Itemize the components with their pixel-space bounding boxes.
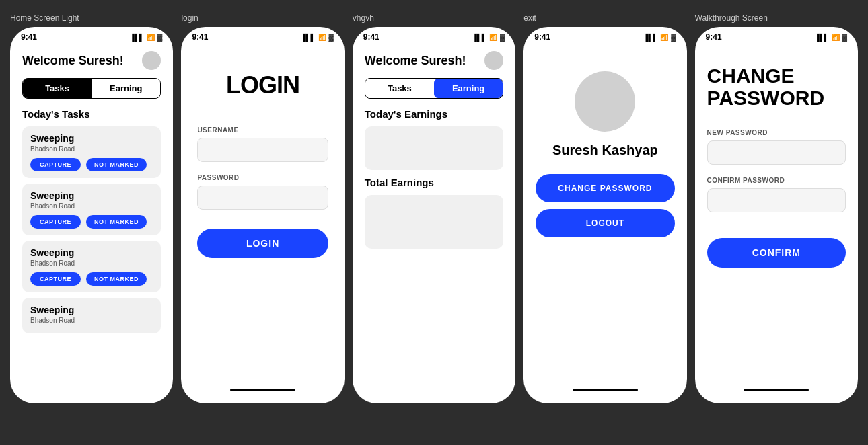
screen-2-label: login	[181, 13, 198, 23]
status-icons-3: ▐▌▌ 📶 ▓	[472, 34, 505, 41]
home-indicator-2-wrap	[181, 389, 344, 403]
confirm-password-input[interactable]	[707, 188, 846, 212]
phone-frame-5: 9:41 ▐▌▌ 📶 ▓ CHANGE PASSWORD NEW PASSWOR…	[695, 27, 858, 403]
capture-btn-2[interactable]: CAPTURE	[30, 215, 81, 229]
capture-btn-3[interactable]: CAPTURE	[30, 272, 81, 286]
status-icons-4: ▐▌▌ 📶 ▓	[643, 34, 676, 41]
profile-avatar	[575, 71, 635, 132]
earnings-today-box	[365, 126, 503, 170]
username-input[interactable]	[197, 138, 328, 162]
confirm-password-label: CONFIRM PASSWORD	[707, 177, 846, 184]
logout-button[interactable]: LOGOUT	[536, 209, 674, 237]
wifi-icon: 📶	[147, 34, 155, 41]
screen-5-wrapper: Walkthrough Screen 9:41 ▐▌▌ 📶 ▓ CHANGE P…	[695, 13, 858, 403]
task-buttons-3: CAPTURE NOT MARKED	[30, 272, 153, 286]
status-bar-2: 9:41 ▐▌▌ 📶 ▓	[181, 27, 344, 44]
task-name-2: Sweeping	[30, 190, 153, 201]
task-card-4: Sweeping Bhadson Road	[22, 298, 161, 333]
not-marked-btn-2[interactable]: NOT MARKED	[86, 215, 147, 229]
welcome-title-3: Welcome Suresh!	[365, 54, 466, 68]
not-marked-btn-3[interactable]: NOT MARKED	[86, 272, 147, 286]
battery-icon-3: ▓	[500, 34, 505, 41]
home-indicator-4	[573, 389, 638, 391]
screen-1-wrapper: Home Screen Light 9:41 ▐▌▌ 📶 ▓ Welcome S…	[10, 13, 173, 403]
task-name-3: Sweeping	[30, 247, 153, 258]
total-earnings-box	[365, 195, 503, 249]
not-marked-btn-1[interactable]: NOT MARKED	[86, 158, 147, 171]
signal-icon-4: ▐▌▌	[643, 34, 657, 41]
screen-3-wrapper: vhgvh 9:41 ▐▌▌ 📶 ▓ Welcome Suresh! Tasks…	[353, 13, 515, 403]
status-time-2: 9:41	[192, 32, 208, 42]
capture-btn-1[interactable]: CAPTURE	[30, 158, 81, 171]
screen-4-wrapper: exit 9:41 ▐▌▌ 📶 ▓ Suresh Kashyap CHANGE …	[523, 13, 686, 403]
task-buttons-1: CAPTURE NOT MARKED	[30, 158, 153, 171]
wifi-icon-2: 📶	[318, 34, 326, 41]
tab-bar-3: Tasks Earning	[365, 78, 503, 99]
home-indicator-5-wrap	[695, 389, 858, 403]
task-name-4: Sweeping	[30, 305, 153, 315]
section-title-1: Today's Tasks	[22, 108, 161, 120]
phone-frame-3: 9:41 ▐▌▌ 📶 ▓ Welcome Suresh! Tasks Earni…	[353, 27, 515, 403]
task-name-1: Sweeping	[30, 133, 153, 144]
avatar-1[interactable]	[142, 51, 161, 70]
status-time-5: 9:41	[706, 32, 722, 42]
tab-tasks-1[interactable]: Tasks	[23, 79, 92, 98]
screen-5-label: Walkthrough Screen	[695, 13, 768, 23]
task-card-2: Sweeping Bhadson Road CAPTURE NOT MARKED	[22, 184, 161, 235]
tab-bar-1: Tasks Earning	[22, 78, 161, 99]
status-icons-5: ▐▌▌ 📶 ▓	[814, 34, 847, 41]
task-buttons-2: CAPTURE NOT MARKED	[30, 215, 153, 229]
tab-tasks-3[interactable]: Tasks	[365, 79, 434, 98]
username-label: USERNAME	[197, 126, 328, 134]
login-content: LOGIN USERNAME PASSWORD LOGIN	[181, 44, 344, 272]
profile-name: Suresh Kashyap	[552, 143, 658, 158]
signal-icon-2: ▐▌▌	[301, 34, 315, 41]
avatar-3[interactable]	[484, 51, 503, 70]
change-password-button[interactable]: CHANGE PASSWORD	[536, 174, 674, 202]
phone-frame-4: 9:41 ▐▌▌ 📶 ▓ Suresh Kashyap CHANGE PASSW…	[523, 27, 686, 403]
password-label: PASSWORD	[197, 174, 328, 181]
confirm-button[interactable]: CONFIRM	[707, 238, 846, 268]
login-button[interactable]: LOGIN	[197, 229, 328, 258]
battery-icon-4: ▓	[671, 34, 676, 41]
battery-icon-5: ▓	[842, 34, 847, 41]
status-icons-1: ▐▌▌ 📶 ▓	[130, 34, 163, 41]
change-pw-line1: CHANGE	[707, 65, 795, 87]
status-bar-1: 9:41 ▐▌▌ 📶 ▓	[10, 27, 173, 44]
battery-icon-2: ▓	[329, 34, 334, 41]
signal-icon: ▐▌▌	[130, 34, 144, 41]
screen-3-label: vhgvh	[353, 13, 374, 23]
screen-1-label: Home Screen Light	[10, 13, 79, 23]
earnings-content: Welcome Suresh! Tasks Earning Today's Ea…	[353, 44, 515, 403]
new-password-label: NEW PASSWORD	[707, 129, 846, 136]
screen-2-wrapper: login 9:41 ▐▌▌ 📶 ▓ LOGIN USERNAME PASSWO…	[181, 13, 344, 403]
status-time-4: 9:41	[534, 32, 550, 42]
new-password-input[interactable]	[707, 140, 846, 165]
task-location-1: Bhadson Road	[30, 145, 153, 153]
section-earnings-today: Today's Earnings	[365, 108, 503, 120]
task-card-1: Sweeping Bhadson Road CAPTURE NOT MARKED	[22, 126, 161, 178]
password-input[interactable]	[197, 186, 328, 210]
welcome-title-1: Welcome Suresh!	[22, 54, 124, 68]
change-pw-title: CHANGE PASSWORD	[707, 65, 846, 109]
phone-frame-2: 9:41 ▐▌▌ 📶 ▓ LOGIN USERNAME PASSWORD LOG…	[181, 27, 344, 403]
screen-4-label: exit	[523, 13, 536, 23]
welcome-header-3: Welcome Suresh!	[365, 51, 503, 70]
signal-icon-3: ▐▌▌	[472, 34, 486, 41]
home-indicator-5	[744, 389, 809, 391]
task-location-2: Bhadson Road	[30, 202, 153, 210]
change-pw-line2: PASSWORD	[707, 87, 824, 109]
section-total: Total Earnings	[365, 177, 503, 188]
tab-earning-1[interactable]: Earning	[92, 79, 160, 98]
phone-frame-1: 9:41 ▐▌▌ 📶 ▓ Welcome Suresh! Tasks Earni…	[10, 27, 173, 403]
wifi-icon-4: 📶	[660, 34, 668, 41]
status-bar-5: 9:41 ▐▌▌ 📶 ▓	[695, 27, 858, 44]
home-indicator-4-wrap	[523, 389, 686, 403]
status-icons-2: ▐▌▌ 📶 ▓	[301, 34, 334, 41]
tab-earning-3[interactable]: Earning	[434, 79, 503, 98]
home-content: Welcome Suresh! Tasks Earning Today's Ta…	[10, 44, 173, 403]
wifi-icon-3: 📶	[489, 34, 497, 41]
task-location-3: Bhadson Road	[30, 259, 153, 267]
login-title: LOGIN	[197, 71, 328, 99]
home-indicator-2	[230, 389, 295, 391]
